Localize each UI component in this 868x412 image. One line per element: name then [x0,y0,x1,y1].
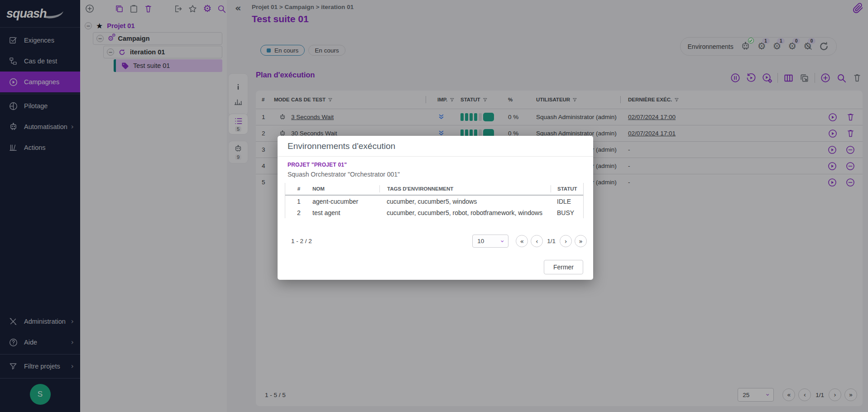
agents-pagination: 1 - 2 / 2 10 › « ‹ 1/1 › » [291,235,587,248]
rows-range: 1 - 2 / 2 [291,238,312,244]
agents-table: # NOM TAGS D'ENVIRONNEMENT STATUT 1 agen… [285,183,584,218]
agent-tags: cucumber, cucumber5, windows [379,198,551,205]
agents-table-header: # NOM TAGS D'ENVIRONNEMENT STATUT [285,183,583,196]
agent-tags: cucumber, cucumber5, robot, robotframewo… [379,209,551,216]
dialog-title: Environnements d'exécution [278,136,593,157]
execution-environments-dialog: Environnements d'exécution PROJET "PROJE… [278,136,593,280]
dialog-project-label: PROJET "PROJET 01" [288,162,347,168]
first-page-button[interactable]: « [516,235,528,247]
agent-name: agent-cucumber [312,198,379,205]
col-name: NOM [312,186,379,192]
col-num: # [285,186,312,192]
col-status: STATUT [551,185,583,192]
agent-index: 1 [285,198,312,205]
last-page-button[interactable]: » [575,235,587,247]
squash-app: squash Exigences Cas de test [0,0,868,412]
dialog-orchestrator-label: Squash Orchestrator "Orchestrator 001" [288,171,400,178]
page-indicator: 1/1 [547,238,556,244]
agent-status: BUSY [551,209,583,216]
agent-row: 1 agent-cucumber cucumber, cucumber5, wi… [285,196,583,207]
agent-status: IDLE [551,198,583,205]
agent-index: 2 [285,209,312,216]
agent-name: test agent [312,209,379,216]
previous-page-button[interactable]: ‹ [531,235,543,247]
agent-row: 2 test agent cucumber, cucumber5, robot,… [285,207,583,218]
col-tags: TAGS D'ENVIRONNEMENT [379,185,551,192]
chevron-down-icon: › [499,240,505,243]
next-page-button[interactable]: › [560,235,572,247]
close-dialog-button[interactable]: Fermer [544,260,583,274]
page-size-select[interactable]: 10 › [472,235,508,248]
